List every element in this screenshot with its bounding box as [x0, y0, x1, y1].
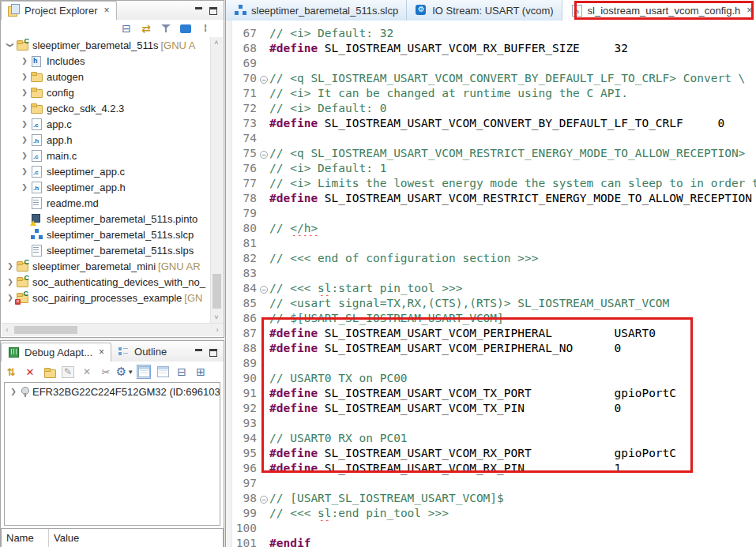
scrollbar-thumb[interactable]	[14, 326, 77, 334]
code-line[interactable]: 92#define SL_IOSTREAM_USART_VCOM_TX_PIN …	[226, 401, 756, 416]
si-package-icon[interactable]	[179, 21, 193, 36]
code-line[interactable]: 100	[226, 521, 756, 536]
code-line[interactable]: 81	[226, 236, 756, 251]
close-icon[interactable]: ×	[99, 347, 104, 358]
code-line[interactable]: 98−// [USART_SL_IOSTREAM_USART_VCOM]$	[226, 491, 756, 506]
horizontal-scrollbar[interactable]: ‹ ›	[2, 323, 223, 336]
tree-item-config[interactable]: ❯config	[2, 84, 212, 100]
code-line[interactable]: 67// <i> Default: 32	[226, 26, 756, 41]
code-line[interactable]: 74	[226, 131, 756, 146]
close-icon[interactable]: ×	[103, 5, 109, 16]
code-line[interactable]: 77// <i> Limits the lowest energy mode t…	[226, 176, 756, 191]
code-line[interactable]: 68#define SL_IOSTREAM_USART_VCOM_RX_BUFF…	[226, 41, 756, 56]
view-menu-icon[interactable]: ⁞	[198, 21, 213, 36]
chevron-right-icon[interactable]: ❯	[8, 388, 19, 395]
code-line[interactable]: 76// <i> Default: 1	[226, 161, 756, 176]
code-line[interactable]: 78#define SL_IOSTREAM_USART_VCOM_RESTRIC…	[226, 191, 756, 206]
new-group-icon[interactable]	[42, 365, 56, 379]
code-line[interactable]: 69	[226, 56, 756, 71]
chevron-right-icon[interactable]: ❯	[19, 167, 30, 175]
scrollbar-thumb[interactable]	[213, 274, 221, 309]
minimize-button[interactable]	[195, 349, 203, 357]
tree-item-gecko_sdk_4.2.3[interactable]: ❯gecko_sdk_4.2.3	[2, 100, 212, 116]
code-line[interactable]: 101#endif	[226, 536, 756, 547]
tree-item-sleeptimer_baremetal_511s.pinto[interactable]: sleeptimer_baremetal_511s.pinto	[2, 211, 212, 227]
chevron-right-icon[interactable]: ❯	[19, 120, 30, 128]
code-line[interactable]: 72// <i> Default: 0	[226, 101, 756, 116]
chevron-right-icon[interactable]: ❯	[19, 88, 30, 96]
collapse-all-icon[interactable]: ⊟	[119, 21, 134, 36]
code-line[interactable]: 86// $[USART_SL_IOSTREAM_USART_VCOM]	[226, 311, 756, 326]
chevron-right-icon[interactable]: ❯	[19, 183, 30, 191]
scroll-down-icon[interactable]: ˅	[211, 312, 222, 323]
code-line[interactable]: 96#define SL_IOSTREAM_USART_VCOM_RX_PIN …	[226, 461, 756, 476]
code-editor[interactable]: 67// <i> Default: 3268#define SL_IOSTREA…	[226, 21, 756, 547]
filter-icon[interactable]	[159, 21, 173, 36]
code-line[interactable]: 95#define SL_IOSTREAM_USART_VCOM_RX_PORT…	[226, 446, 756, 461]
view-columns-toggle-icon[interactable]	[156, 365, 170, 379]
refresh-adapters-icon[interactable]: ⇅	[4, 365, 18, 379]
chevron-right-icon[interactable]: ❯	[19, 57, 30, 65]
tree-item-app.c[interactable]: ❯app.c	[2, 116, 212, 132]
code-line[interactable]: 79	[226, 206, 756, 221]
chevron-right-icon[interactable]: ❯	[5, 294, 16, 302]
code-line[interactable]: 75−// <q SL_IOSTREAM_USART_VCOM_RESTRICT…	[226, 146, 756, 161]
tree-item-sleeptimer_app.c[interactable]: ❯sleeptimer_app.c	[2, 163, 212, 179]
close-icon[interactable]: ×	[747, 5, 752, 16]
column-header-value[interactable]: Value	[49, 529, 84, 547]
tree-item-readme.md[interactable]: readme.md	[2, 195, 212, 211]
tree-item-sleeptimer_baremetal_511s.slcp[interactable]: sleeptimer_baremetal_511s.slcp	[2, 227, 212, 242]
code-line[interactable]: 83	[226, 266, 756, 281]
scroll-up-icon[interactable]: ˄	[211, 37, 222, 48]
tree-item-soc_authenticating_devices_with_no_[interactable]: ❯Csoc_authenticating_devices_with_no_	[2, 274, 212, 290]
column-header-name[interactable]: Name	[2, 529, 49, 547]
view-table-toggle-icon[interactable]	[137, 365, 151, 379]
delete-icon[interactable]: ✕	[80, 365, 94, 379]
chevron-right-icon[interactable]: ❯	[5, 262, 16, 270]
editor-tab-sleeptimer-baremetal-511s-slcp[interactable]: sleeptimer_baremetal_511s.slcp	[226, 0, 407, 21]
code-line[interactable]: 70−// <q SL_IOSTREAM_USART_VCOM_CONVERT_…	[226, 71, 756, 86]
chevron-down-icon[interactable]: ❯	[6, 39, 14, 51]
collapse-all-icon[interactable]: ⊟	[175, 365, 189, 379]
tree-item-autogen[interactable]: ❯autogen	[2, 69, 212, 84]
code-line[interactable]: 99// <<< sl:end pin_tool >>>	[226, 506, 756, 521]
fold-marker-icon[interactable]: −	[258, 71, 269, 86]
code-line[interactable]: 82// <<< end of configuration section >>…	[226, 251, 756, 266]
tree-item-sleeptimer_baremetal_511s[interactable]: ❯Csleeptimer_baremetal_511s [GNU A	[2, 37, 212, 53]
link-with-editor-icon[interactable]: ⇄	[139, 21, 153, 36]
maximize-button[interactable]	[209, 7, 217, 15]
code-line[interactable]: 84−// <<< sl:start pin_tool >>>	[226, 281, 756, 296]
code-line[interactable]: 90// USART0 TX on PC00	[226, 371, 756, 386]
tree-item-soc_pairing_processes_example[interactable]: ❯C✕soc_pairing_processes_example [GN	[2, 290, 212, 305]
tab-debug-adapt-[interactable]: Debug Adapt...×	[1, 343, 111, 362]
fold-marker-icon[interactable]: −	[258, 146, 269, 161]
debug-adapter-row[interactable]: ❯ EFR32BG22C224F512GM32 (ID:69610348	[5, 383, 220, 400]
code-line[interactable]: 73#define SL_IOSTREAM_USART_VCOM_CONVERT…	[226, 116, 756, 131]
maximize-button[interactable]	[209, 349, 217, 357]
tree-item-sleeptimer_baremetal_511s.slps[interactable]: sleeptimer_baremetal_511s.slps	[2, 242, 212, 258]
chevron-right-icon[interactable]: ❯	[19, 73, 30, 81]
device-tools-icon[interactable]: ✂	[99, 365, 113, 379]
annotation-ruler[interactable]	[226, 21, 232, 547]
code-line[interactable]: 87#define SL_IOSTREAM_USART_VCOM_PERIPHE…	[226, 326, 756, 341]
tree-item-sleeptimer_baremetal_mini[interactable]: ❯Csleeptimer_baremetal_mini [GNU AR	[2, 258, 212, 274]
editor-tab-io-stream-usart-vcom-[interactable]: IO Stream: USART (vcom)	[407, 0, 562, 21]
disconnect-icon[interactable]: ✕	[23, 365, 37, 379]
code-line[interactable]: 91#define SL_IOSTREAM_USART_VCOM_TX_PORT…	[226, 386, 756, 401]
code-line[interactable]: 88#define SL_IOSTREAM_USART_VCOM_PERIPHE…	[226, 341, 756, 356]
chevron-right-icon[interactable]: ❯	[19, 152, 30, 159]
scroll-left-icon[interactable]: ‹	[2, 324, 13, 335]
fold-marker-icon[interactable]: −	[258, 491, 269, 506]
chevron-right-icon[interactable]: ❯	[19, 136, 30, 144]
code-line[interactable]: 85// <usart signal=TX,RX,(CTS),(RTS)> SL…	[226, 296, 756, 311]
code-line[interactable]: 71// <i> It can be changed at runtime us…	[226, 86, 756, 101]
code-line[interactable]: 93	[226, 416, 756, 431]
code-line[interactable]: 94// USART0 RX on PC01	[226, 431, 756, 446]
code-line[interactable]: 97	[226, 476, 756, 491]
tree-item-main.c[interactable]: ❯main.c	[2, 148, 212, 163]
chevron-right-icon[interactable]: ❯	[19, 104, 30, 112]
rename-icon[interactable]: ✎	[61, 365, 75, 379]
tree-item-Includes[interactable]: ❯Includes	[2, 53, 212, 69]
scroll-right-icon[interactable]: ›	[212, 324, 223, 335]
code-line[interactable]: 89	[226, 356, 756, 371]
